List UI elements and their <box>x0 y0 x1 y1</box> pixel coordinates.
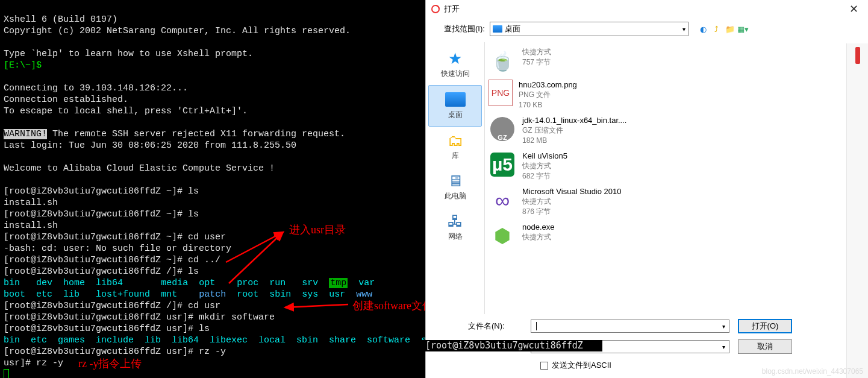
places-bar: ★快速访问 桌面 🗂库 🖥此电脑 🖧网络 <box>426 42 485 314</box>
desktop-icon <box>493 25 502 33</box>
star-icon: ★ <box>443 48 467 69</box>
filename-label: 文件名(N): <box>468 321 522 332</box>
ascii-label: 发送文件到ASCII <box>552 360 611 371</box>
up-icon[interactable]: ⤴ <box>711 24 722 34</box>
lookin-value: 桌面 <box>505 24 520 34</box>
place-network[interactable]: 🖧网络 <box>426 207 484 248</box>
teapot-icon: 🍵 <box>489 47 516 75</box>
back-icon[interactable]: ◐ <box>698 24 709 34</box>
chevron-down-icon: ▾ <box>722 344 725 350</box>
watermark: blog.csdn.net/weixin_44307065 <box>762 367 863 376</box>
red-tab-icon <box>855 47 860 64</box>
list-item[interactable]: ∞Microsoft Visual Studio 2010快捷方式876 字节 <box>487 184 864 219</box>
dialog-titlebar[interactable]: 打开 ✕ <box>426 0 868 18</box>
close-button[interactable]: ✕ <box>845 2 863 16</box>
ls-out: install.sh <box>4 221 58 231</box>
cancel-button[interactable]: 取消 <box>738 339 792 354</box>
cursor <box>4 369 9 378</box>
root-ls-row1: bin dev home lib64 media opt proc run sr… <box>4 278 375 288</box>
last-login: Last login: Tue Jun 30 08:06:25 2020 fro… <box>4 140 296 151</box>
prompt: [root@iZ8vb3utiu7gwcuti86ffdZ ~]# <box>4 186 183 197</box>
node-icon: ⬢ <box>489 222 516 250</box>
view-icon[interactable]: ▦▾ <box>738 24 749 34</box>
prompt: [root@iZ8vb3utiu7gwcuti86ffdZ usr]# <box>4 324 193 334</box>
list-item[interactable]: µ5Keil uVision5快捷方式682 字节 <box>487 148 864 184</box>
gz-icon: GZ <box>489 115 516 143</box>
prompt: [root@iZ8vb3utiu7gwcuti86ffdZ /]# <box>4 301 183 311</box>
pc-icon: 🖥 <box>443 171 467 191</box>
lookin-combo[interactable]: 桌面 ▾ <box>490 22 688 36</box>
ls-out: install.sh <box>4 198 58 208</box>
annotation-rz: rz -y指令上传 <box>78 358 142 370</box>
root-ls-row2: boot etc lib lost+found mnt patch root s… <box>4 289 372 300</box>
open-file-dialog: 打开 ✕ 查找范围(I): 桌面 ▾ ◐ ⤴ 📁 ▦▾ ★快速访问 桌面 🗂库 … <box>425 0 868 378</box>
file-list[interactable]: 🍵快捷方式757 字节 PNGhnu203.com.pngPNG 文件170 K… <box>485 42 868 314</box>
list-item[interactable]: PNGhnu203.com.pngPNG 文件170 KB <box>487 77 864 113</box>
chevron-down-icon: ▾ <box>682 26 685 33</box>
list-item[interactable]: GZjdk-14.0.1_linux-x64_bin.tar....GZ 压缩文… <box>487 113 864 148</box>
chevron-down-icon: ▾ <box>722 323 725 330</box>
list-item[interactable]: 🍵快捷方式757 字节 <box>487 45 864 77</box>
prompt: [root@iZ8vb3utiu7gwcuti86ffdZ usr]# <box>4 312 193 323</box>
svg-line-1 <box>226 232 283 262</box>
keil-icon: µ5 <box>489 151 516 178</box>
conn-lines: Connecting to 39.103.148.126:22... Conne… <box>4 83 248 116</box>
prompt: [root@iZ8vb3utiu7gwcuti86ffdZ ~]# <box>4 232 183 242</box>
usr-ls: bin etc games include lib lib64 libexec … <box>4 335 426 345</box>
app-icon <box>431 4 440 14</box>
dialog-title: 打开 <box>444 4 460 14</box>
list-item[interactable]: ⬢node.exe快捷方式 <box>487 219 864 252</box>
filename-input[interactable]: ▾ <box>531 320 729 333</box>
place-quickaccess[interactable]: ★快速访问 <box>426 45 484 85</box>
term-header: Xshell 6 (Build 0197) Copyright (c) 2002… <box>4 14 351 59</box>
png-icon: PNG <box>489 80 513 106</box>
newfolder-icon[interactable]: 📁 <box>725 24 735 34</box>
warning-tag: WARNING! <box>4 129 47 139</box>
ascii-checkbox[interactable] <box>540 362 548 370</box>
prompt: [root@iZ8vb3utiu7gwcuti86ffdZ usr]# <box>4 347 193 357</box>
right-pane <box>846 43 868 378</box>
err-out: -bash: cd: user: No such file or directo… <box>4 244 231 254</box>
place-thispc[interactable]: 🖥此电脑 <box>426 167 484 207</box>
welcome: Welcome to Alibaba Cloud Elastic Compute… <box>4 163 275 174</box>
toolbar-icons: ◐ ⤴ 📁 ▦▾ <box>698 24 749 34</box>
folder-icon: 🗂 <box>443 130 467 151</box>
svg-line-0 <box>229 232 283 283</box>
annotation-usr: 进入usr目录 <box>289 224 346 236</box>
place-libraries[interactable]: 🗂库 <box>426 127 484 167</box>
place-desktop[interactable]: 桌面 <box>428 85 482 127</box>
prompt: [root@iZ8vb3utiu7gwcuti86ffdZ /]# <box>4 266 183 277</box>
network-icon: 🖧 <box>443 211 467 232</box>
prompt: [root@iZ8vb3utiu7gwcuti86ffdZ ~]# <box>4 255 183 265</box>
open-button[interactable]: 打开(O) <box>738 319 792 333</box>
lookin-label: 查找范围(I): <box>444 24 485 34</box>
vs-icon: ∞ <box>489 186 516 214</box>
prompt: [root@iZ8vb3utiu7gwcuti86ffdZ ~]# <box>4 209 183 219</box>
desktop-icon <box>443 89 467 110</box>
terminal-status-overlap: [root@iZ8vb3utiu7gwcuti86ffdZ <box>422 340 602 351</box>
xshell-terminal[interactable]: Xshell 6 (Build 0197) Copyright (c) 2002… <box>0 0 425 378</box>
prompt-short: usr]# <box>4 358 31 368</box>
svg-line-2 <box>285 304 348 307</box>
local-prompt: [E:\~]$ <box>4 60 42 71</box>
